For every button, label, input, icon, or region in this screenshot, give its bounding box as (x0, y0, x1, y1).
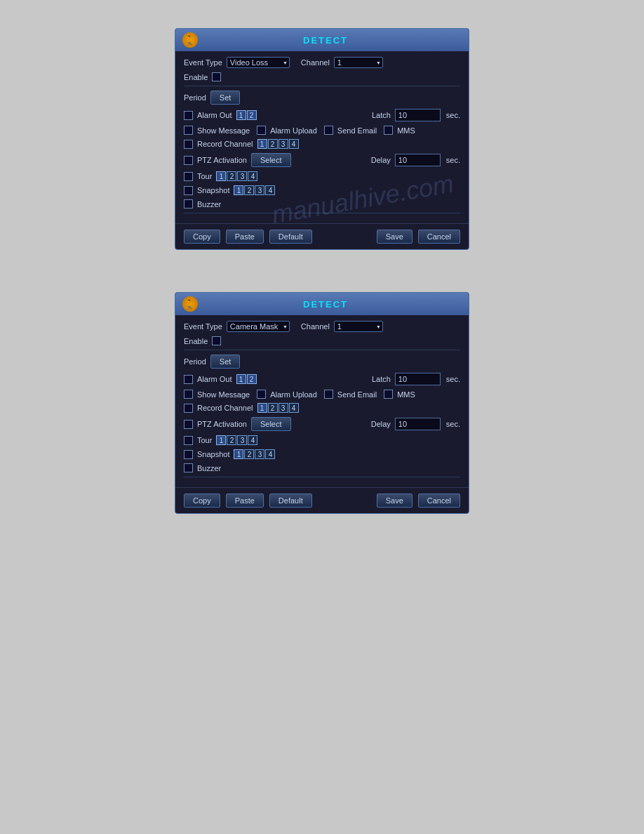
snapshot-row-2: Snapshot 1 2 3 4 (184, 449, 460, 459)
enable-checkbox-2[interactable] (212, 336, 221, 345)
tour-badge-2-3[interactable]: 3 (237, 435, 247, 445)
period-row-1: Period Set (184, 91, 460, 105)
panel-title-1: DETECT (203, 35, 469, 46)
alarm-out-label-1: Alarm Out (197, 111, 232, 119)
snap-badge-2-3[interactable]: 3 (255, 449, 264, 459)
record-channel-label-2: Record Channel (197, 404, 253, 412)
tour-row-2: Tour 1 2 3 4 (184, 435, 460, 445)
ptz-row-2: PTZ Activation Select Delay sec. (184, 417, 460, 431)
ptz-checkbox-1[interactable] (184, 156, 193, 165)
save-button-1[interactable]: Save (377, 230, 412, 244)
rc-badge-2-2[interactable]: 2 (268, 403, 278, 413)
channel-select-2[interactable]: 1234 (334, 321, 383, 332)
snapshot-row-1: Snapshot 1 2 3 4 (184, 185, 460, 195)
message-row-2: Show Message Alarm Upload Send Email MMS (184, 390, 460, 399)
tour-badge-1-3[interactable]: 3 (237, 171, 247, 181)
rc-badge-1-1[interactable]: 1 (257, 139, 267, 149)
tour-badge-2-4[interactable]: 4 (248, 435, 257, 445)
alarm-out-badge-2-1[interactable]: 1 (236, 374, 246, 384)
record-channel-checkbox-1[interactable] (184, 140, 193, 149)
rc-badge-1-4[interactable]: 4 (289, 139, 299, 149)
tour-badge-1-4[interactable]: 4 (248, 171, 257, 181)
buzzer-row-1: Buzzer (184, 199, 460, 208)
event-type-select-2[interactable]: Video Loss Camera Masking Motion Detect (227, 321, 290, 332)
delay-input-1[interactable] (395, 154, 441, 166)
delay-sec-2: sec. (446, 420, 460, 428)
tour-badge-2-2[interactable]: 2 (227, 435, 236, 445)
tour-badge-1-1[interactable]: 1 (216, 171, 226, 181)
alarm-upload-checkbox-1[interactable] (257, 126, 266, 135)
buzzer-checkbox-2[interactable] (184, 463, 193, 472)
alarm-out-badge-1-1[interactable]: 1 (236, 110, 246, 120)
channel-select-1[interactable]: 1234 (334, 57, 383, 68)
set-button-2[interactable]: Set (210, 355, 241, 369)
ptz-checkbox-2[interactable] (184, 420, 193, 429)
latch-sec-1: sec. (446, 111, 460, 119)
tour-badge-2-1[interactable]: 1 (216, 435, 226, 445)
snap-badge-1-1[interactable]: 1 (234, 185, 243, 195)
tour-checkbox-2[interactable] (184, 436, 193, 445)
send-email-label-2: Send Email (337, 390, 377, 399)
snapshot-badges-2: 1 2 3 4 (234, 449, 275, 459)
alarm-out-badge-1-2[interactable]: 2 (247, 110, 257, 120)
alarm-out-badge-2-2[interactable]: 2 (247, 374, 257, 384)
rc-badge-2-1[interactable]: 1 (257, 403, 267, 413)
tour-badge-1-2[interactable]: 2 (227, 171, 236, 181)
mms-checkbox-2[interactable] (384, 390, 393, 399)
latch-input-1[interactable] (395, 109, 441, 121)
footer-spacer-1 (318, 230, 371, 244)
copy-button-2[interactable]: Copy (184, 494, 220, 508)
snap-badge-1-3[interactable]: 3 (255, 185, 264, 195)
paste-button-1[interactable]: Paste (226, 230, 264, 244)
save-button-2[interactable]: Save (377, 494, 412, 508)
tour-checkbox-1[interactable] (184, 172, 193, 181)
cancel-button-1[interactable]: Cancel (418, 230, 460, 244)
default-button-1[interactable]: Default (269, 230, 312, 244)
buzzer-row-2: Buzzer (184, 463, 460, 472)
alarm-out-label-2: Alarm Out (197, 375, 232, 383)
rc-badge-1-3[interactable]: 3 (279, 139, 288, 149)
rc-badge-2-4[interactable]: 4 (289, 403, 299, 413)
snap-badge-2-4[interactable]: 4 (265, 449, 275, 459)
alarm-upload-checkbox-2[interactable] (257, 390, 266, 399)
latch-sec-2: sec. (446, 375, 460, 383)
snap-badge-2-2[interactable]: 2 (244, 449, 254, 459)
buzzer-checkbox-1[interactable] (184, 199, 193, 208)
show-message-checkbox-1[interactable] (184, 126, 193, 135)
record-channel-checkbox-2[interactable] (184, 404, 193, 413)
snapshot-checkbox-2[interactable] (184, 450, 193, 459)
delay-input-2[interactable] (395, 418, 441, 430)
set-button-1[interactable]: Set (210, 91, 241, 105)
send-email-checkbox-1[interactable] (324, 126, 333, 135)
send-email-checkbox-2[interactable] (324, 390, 333, 399)
event-type-label-2: Event Type (184, 322, 222, 331)
snap-badge-1-4[interactable]: 4 (265, 185, 275, 195)
alarm-out-checkbox-1[interactable] (184, 111, 193, 120)
snapshot-checkbox-1[interactable] (184, 186, 193, 195)
panel-header-1: 🚶 DETECT (175, 29, 469, 51)
enable-checkbox-1[interactable] (212, 72, 221, 81)
event-type-select-1[interactable]: Video Loss Camera Masking Motion Detect (227, 57, 290, 68)
cancel-button-2[interactable]: Cancel (418, 494, 460, 508)
rc-badge-2-3[interactable]: 3 (279, 403, 288, 413)
latch-input-2[interactable] (395, 373, 441, 385)
snap-badge-1-2[interactable]: 2 (244, 185, 254, 195)
ptz-select-button-1[interactable]: Select (251, 153, 291, 167)
channel-label-2: Channel (301, 322, 330, 331)
period-label-2: Period (184, 357, 206, 366)
snap-badge-2-1[interactable]: 1 (234, 449, 243, 459)
divider-1b (184, 213, 460, 213)
paste-button-2[interactable]: Paste (226, 494, 264, 508)
record-channel-badges-1: 1 2 3 4 (257, 139, 299, 149)
ptz-select-button-2[interactable]: Select (251, 417, 291, 431)
mms-checkbox-1[interactable] (384, 126, 393, 135)
event-type-row-2: Event Type Video Loss Camera Masking Mot… (184, 321, 460, 332)
rc-badge-1-2[interactable]: 2 (268, 139, 278, 149)
alarm-out-checkbox-2[interactable] (184, 375, 193, 384)
show-message-label-2: Show Message (197, 390, 250, 399)
default-button-2[interactable]: Default (269, 494, 312, 508)
show-message-checkbox-2[interactable] (184, 390, 193, 399)
copy-button-1[interactable]: Copy (184, 230, 220, 244)
ptz-label-1: PTZ Activation (197, 156, 247, 164)
enable-row-1: Enable (184, 72, 460, 81)
